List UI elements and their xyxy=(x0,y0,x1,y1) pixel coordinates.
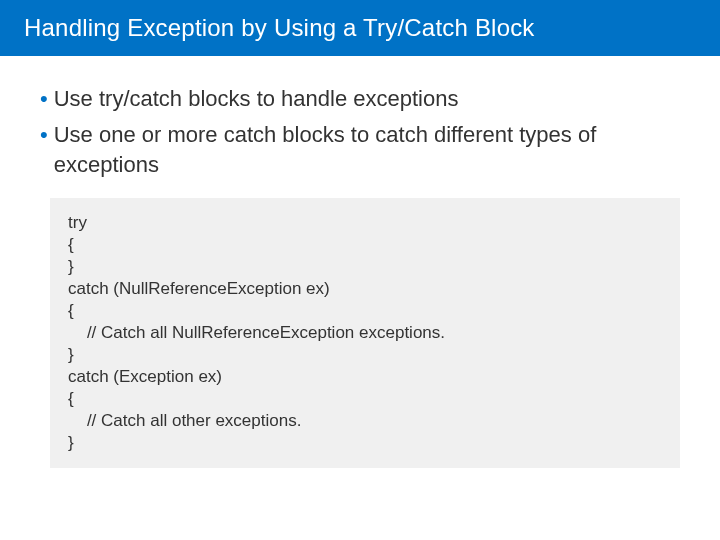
title-bar: Handling Exception by Using a Try/Catch … xyxy=(0,0,720,56)
content-area: • Use try/catch blocks to handle excepti… xyxy=(0,56,720,468)
bullet-icon: • xyxy=(40,84,48,114)
bullet-item: • Use one or more catch blocks to catch … xyxy=(40,120,680,180)
bullet-icon: • xyxy=(40,120,48,150)
bullet-text: Use try/catch blocks to handle exception… xyxy=(54,84,459,114)
code-block: try { } catch (NullReferenceException ex… xyxy=(50,198,680,468)
bullet-item: • Use try/catch blocks to handle excepti… xyxy=(40,84,680,114)
slide-title: Handling Exception by Using a Try/Catch … xyxy=(24,14,535,42)
bullet-text: Use one or more catch blocks to catch di… xyxy=(54,120,680,180)
